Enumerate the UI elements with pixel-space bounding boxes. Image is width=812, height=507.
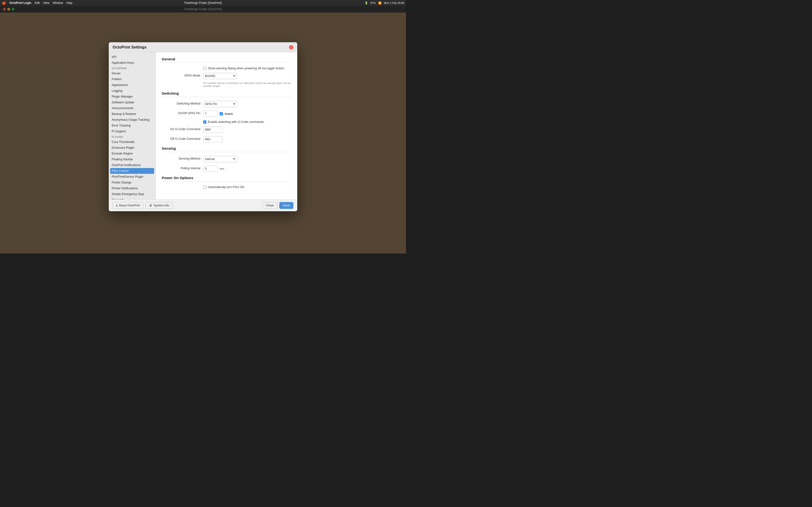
sidebar-item-appearance[interactable]: Appearance bbox=[109, 82, 156, 88]
gpio-hint-text: Pin number will be converted if an alter… bbox=[203, 81, 292, 88]
gpio-pin-row: On/Off GPIO Pin Invert bbox=[162, 111, 292, 117]
on-gcode-row: On G-Code Command bbox=[162, 126, 292, 133]
dialog-body: API Application Keys OCTOPRINT Server Fo… bbox=[109, 52, 297, 200]
sidebar-item-backup-restore[interactable]: Backup & Restore bbox=[109, 111, 156, 117]
off-gcode-label: Off G-Code Command bbox=[162, 136, 200, 140]
sidebar-item-error-tracking[interactable]: Error Tracking bbox=[109, 123, 156, 128]
warning-dialog-row: Show warning dialog when powering off vi… bbox=[162, 67, 292, 70]
sensing-method-control: Internal GPIO Pin HTTP Request System Co… bbox=[203, 156, 292, 162]
nav-section-plugins: PLUGINS bbox=[109, 134, 156, 139]
gpio-mode-control: BOARD BCM Pin number will be converted i… bbox=[203, 73, 292, 88]
switching-method-select[interactable]: GPIO Pin MQTT HTTP Request System Comman… bbox=[203, 101, 237, 107]
off-gcode-input[interactable] bbox=[203, 136, 222, 143]
footer-right: Close Save bbox=[262, 202, 293, 209]
save-button[interactable]: Save bbox=[280, 202, 294, 209]
apple-logo-icon[interactable]: 🍎 bbox=[2, 1, 6, 5]
menubar-left: 🍎 OctoPrint Login Edit View Window Help bbox=[2, 1, 72, 5]
switching-section-title: Switching bbox=[162, 91, 292, 97]
power-on-section-title: Power On Options bbox=[162, 176, 292, 181]
off-gcode-control bbox=[203, 136, 292, 143]
polling-interval-input[interactable] bbox=[203, 166, 218, 172]
sidebar-item-logging[interactable]: Logging bbox=[109, 88, 156, 94]
menubar-right: 🔋 87% 📶 Mon 1 Feb 16:06 bbox=[365, 1, 404, 5]
auto-psu-row: Automatically turn PSU ON bbox=[162, 185, 292, 189]
auto-psu-checkbox[interactable] bbox=[203, 186, 206, 189]
enable-switching-row: Enable switching with G-Code commands. bbox=[162, 120, 292, 124]
battery-icon: 🔋 bbox=[365, 1, 368, 5]
sidebar-item-plugin-manager[interactable]: Plugin Manager bbox=[109, 94, 156, 100]
menubar-edit[interactable]: Edit bbox=[35, 1, 40, 5]
menubar-help[interactable]: Help bbox=[66, 1, 72, 5]
sensing-method-row: Sensing Method Internal GPIO Pin HTTP Re… bbox=[162, 156, 292, 162]
invert-checkbox[interactable] bbox=[220, 112, 223, 115]
warning-dialog-label: Show warning dialog when powering off vi… bbox=[208, 67, 285, 70]
enable-switching-label: Enable switching with G-Code commands. bbox=[208, 120, 265, 124]
sidebar-item-api[interactable]: API bbox=[109, 54, 156, 60]
off-gcode-row: Off G-Code Command bbox=[162, 136, 292, 143]
footer-left: ℹ About OctoPrint 🖥 System info bbox=[113, 202, 173, 209]
content-panel: General Show warning dialog when powerin… bbox=[156, 52, 297, 200]
sidebar-item-simple-emergency-stop[interactable]: Simple Emergency Stop bbox=[109, 191, 156, 197]
sidebar-item-printtimegenius[interactable]: PrintTimeGenius Plugin bbox=[109, 174, 156, 180]
enable-switching-checkbox[interactable] bbox=[203, 120, 206, 124]
sidebar-item-cura-thumbnails[interactable]: Cura Thumbnails bbox=[109, 139, 156, 145]
switching-method-control: GPIO Pin MQTT HTTP Request System Comman… bbox=[203, 101, 292, 107]
sidebar-item-floating-navbar[interactable]: Floating Navbar bbox=[109, 157, 156, 162]
sidebar-item-pi-support[interactable]: Pi Support bbox=[109, 128, 156, 134]
on-off-gpio-label: On/Off GPIO Pin bbox=[162, 111, 200, 115]
modal-overlay: OctoPrint Settings × API Application Key… bbox=[0, 0, 406, 253]
sidebar-item-enclosure-plugin[interactable]: Enclosure Plugin bbox=[109, 145, 156, 151]
sidebar-item-exclude-region[interactable]: Exclude Region bbox=[109, 151, 156, 157]
on-gcode-input[interactable] bbox=[203, 126, 222, 133]
nav-section-octoprint: OCTOPRINT bbox=[109, 66, 156, 70]
sidebar-item-software-update[interactable]: Software Update bbox=[109, 100, 156, 105]
polling-interval-label: Polling Interval bbox=[162, 166, 200, 170]
sidebar-item-octopod-notifications[interactable]: OctoPod Notifications bbox=[109, 162, 156, 168]
nav-sidebar: API Application Keys OCTOPRINT Server Fo… bbox=[109, 52, 156, 200]
settings-dialog: OctoPrint Settings × API Application Key… bbox=[109, 42, 297, 211]
sidebar-item-printer-notifications[interactable]: Printer Notifications bbox=[109, 185, 156, 191]
polling-interval-row: Polling Interval sec bbox=[162, 166, 292, 172]
on-gcode-label: On G-Code Command bbox=[162, 126, 200, 131]
on-gcode-control bbox=[203, 126, 292, 133]
sidebar-item-anonymous-usage[interactable]: Anonymous Usage Tracking bbox=[109, 117, 156, 123]
wifi-icon: 📶 bbox=[378, 1, 382, 5]
menubar: 🍎 OctoPrint Login Edit View Window Help … bbox=[0, 0, 406, 6]
sidebar-item-psu-control[interactable]: PSU Control bbox=[110, 168, 154, 174]
menubar-view[interactable]: View bbox=[43, 1, 49, 5]
info-icon: ℹ bbox=[116, 204, 117, 207]
about-octoprint-button[interactable]: ℹ About OctoPrint bbox=[113, 202, 144, 209]
menubar-time: Mon 1 Feb 16:06 bbox=[384, 1, 404, 4]
gpio-mode-select[interactable]: BOARD BCM bbox=[203, 73, 237, 79]
sensing-method-label: Sensing Method bbox=[162, 156, 200, 160]
sidebar-item-printer-dialogs[interactable]: Printer Dialogs bbox=[109, 180, 156, 185]
sidebar-item-announcements[interactable]: Announcements bbox=[109, 105, 156, 111]
switching-method-row: Switching Method GPIO Pin MQTT HTTP Requ… bbox=[162, 101, 292, 107]
dialog-title: OctoPrint Settings bbox=[113, 45, 146, 50]
dialog-close-button[interactable]: × bbox=[289, 45, 293, 50]
sidebar-item-server[interactable]: Server bbox=[109, 70, 156, 76]
close-button[interactable]: Close bbox=[262, 202, 277, 209]
sidebar-item-folders[interactable]: Folders bbox=[109, 76, 156, 82]
system-info-button[interactable]: 🖥 System info bbox=[146, 202, 173, 209]
sidebar-item-themeify[interactable]: Themeify bbox=[109, 197, 156, 200]
invert-label: Invert bbox=[225, 112, 233, 116]
general-section-title: General bbox=[162, 57, 292, 63]
sensing-method-select[interactable]: Internal GPIO Pin HTTP Request System Co… bbox=[203, 156, 237, 162]
dialog-footer: ℹ About OctoPrint 🖥 System info Close Sa… bbox=[109, 200, 297, 211]
sidebar-item-application-keys[interactable]: Application Keys bbox=[109, 60, 156, 66]
menubar-window[interactable]: Window bbox=[53, 1, 63, 5]
polling-unit-label: sec bbox=[220, 167, 224, 170]
menubar-app-name[interactable]: OctoPrint Login bbox=[9, 1, 32, 5]
warning-dialog-checkbox[interactable] bbox=[203, 67, 206, 70]
polling-interval-control: sec bbox=[203, 166, 292, 172]
gpio-mode-row: GPIO Mode BOARD BCM Pin number will be c… bbox=[162, 73, 292, 88]
dialog-titlebar: OctoPrint Settings × bbox=[109, 42, 297, 52]
gpio-mode-label: GPIO Mode bbox=[162, 73, 200, 77]
gpio-pin-control: Invert bbox=[203, 111, 292, 117]
battery-level: 87% bbox=[370, 1, 376, 4]
system-info-icon: 🖥 bbox=[149, 204, 152, 207]
gpio-pin-input[interactable] bbox=[203, 111, 218, 117]
switching-method-label: Switching Method bbox=[162, 101, 200, 105]
sensing-section-title: Sensing bbox=[162, 146, 292, 152]
